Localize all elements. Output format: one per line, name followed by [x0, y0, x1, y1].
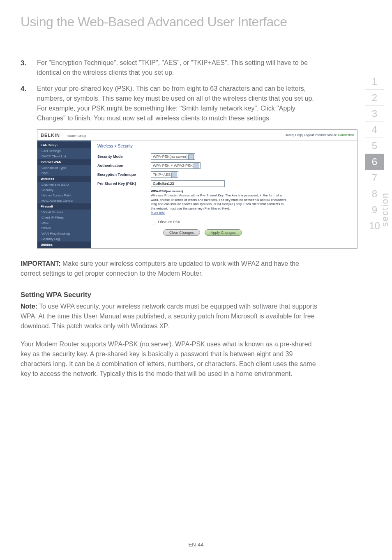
- obscure-psk-label: Obscure PSK: [158, 220, 181, 224]
- page-title: Using the Web-Based Advanced User Interf…: [21, 14, 371, 33]
- nav-3[interactable]: 3: [365, 106, 384, 122]
- top-right-links: Home| Help| Logout Internet Status: Conn…: [285, 133, 354, 137]
- sidebar-cat-utilities: Utilities: [37, 242, 91, 248]
- sidebar-item[interactable]: DNS: [37, 171, 91, 176]
- sidebar-item[interactable]: MAC Address Control: [37, 198, 91, 203]
- sidebar-item[interactable]: Security Log: [37, 236, 91, 242]
- wpa-desc-body: Wireless Protected Access with a Pre-Sha…: [151, 194, 286, 210]
- sidebar-cat-wireless: Wireless: [37, 176, 91, 182]
- psk-label: Pre-Shared Key (PSK): [97, 182, 151, 186]
- important-label: IMPORTANT:: [21, 260, 60, 267]
- router-setup-label: Router Setup: [67, 134, 86, 138]
- authentication-label: Authentication: [97, 164, 151, 168]
- sidebar-item[interactable]: WAN Ping Blocking: [37, 231, 91, 236]
- encryption-technique-label: Encryption Technique: [97, 173, 151, 177]
- security-mode-select[interactable]: WPA-PSK(no server): [151, 153, 195, 160]
- nav-2[interactable]: 2: [365, 90, 384, 106]
- wpa-desc-title: WPA-PSK(no server): [151, 189, 183, 193]
- note-label: Note:: [21, 303, 37, 310]
- note-text: To use WPA security, your wireless netwo…: [21, 303, 317, 330]
- header-links[interactable]: Home| Help| Logout Internet Status:: [285, 133, 338, 137]
- wpa-description: WPA-PSK(no server) Wireless Protected Ac…: [151, 189, 286, 215]
- router-ui-screenshot: BELKIN Router Setup Home| Help| Logout I…: [37, 129, 357, 249]
- important-paragraph: IMPORTANT: Make sure your wireless compu…: [21, 259, 321, 279]
- breadcrumb: Wireless > Security: [97, 144, 350, 148]
- wpa-psk-paragraph: Your Modem Router supports WPA-PSK (no s…: [21, 339, 321, 379]
- obscure-psk-row: Obscure PSK: [151, 220, 350, 224]
- page-number: EN-44: [0, 542, 392, 548]
- internet-status: Connected: [338, 133, 354, 137]
- sidebar-nav: LAN Setup LAN Settings DHCP Client List …: [37, 141, 91, 248]
- step-4: 4. Enter your pre-shared key (PSK). This…: [21, 84, 321, 123]
- encryption-technique-select[interactable]: TKIP+AES: [151, 171, 178, 178]
- important-text: Make sure your wireless computers are up…: [21, 260, 299, 277]
- sidebar-item[interactable]: Restart Router: [37, 248, 91, 248]
- step-number: 3.: [21, 58, 37, 78]
- nav-1[interactable]: 1: [365, 74, 384, 90]
- sidebar-item[interactable]: DMZ: [37, 220, 91, 226]
- section-label: section: [380, 192, 390, 227]
- nav-6-active[interactable]: 6: [365, 154, 384, 170]
- sidebar-item[interactable]: DDNS: [37, 226, 91, 231]
- nav-4[interactable]: 4: [365, 122, 384, 138]
- sidebar-item[interactable]: Connection Type: [37, 165, 91, 171]
- sidebar-item[interactable]: Use as Access Point: [37, 193, 91, 198]
- step-number: 4.: [21, 84, 37, 123]
- apply-changes-button[interactable]: Apply Changes: [205, 229, 242, 236]
- nav-7[interactable]: 7: [365, 170, 384, 186]
- step-text: Enter your pre-shared key (PSK). This ca…: [37, 84, 321, 123]
- clear-changes-button[interactable]: Clear Changes: [163, 229, 200, 236]
- main-panel: Wireless > Security Security Mode WPA-PS…: [91, 141, 357, 248]
- note-paragraph: Note: To use WPA security, your wireless…: [21, 302, 321, 331]
- sidebar-cat-lan: LAN Setup: [37, 142, 91, 148]
- sidebar-item[interactable]: LAN Settings: [37, 148, 91, 154]
- step-3: 3. For "Encryption Technique", select "T…: [21, 58, 321, 78]
- setting-wpa-heading: Setting WPA Security: [21, 291, 321, 299]
- sidebar-item[interactable]: Client IP Filters: [37, 215, 91, 220]
- sidebar-item[interactable]: Channel and SSID: [37, 182, 91, 187]
- belkin-logo: BELKIN: [41, 133, 60, 138]
- more-info-link[interactable]: More Info: [151, 211, 165, 214]
- step-text: For "Encryption Technique", select "TKIP…: [37, 58, 321, 78]
- sidebar-item[interactable]: DHCP Client List: [37, 154, 91, 159]
- nav-5[interactable]: 5: [365, 138, 384, 154]
- security-mode-label: Security Mode: [97, 154, 151, 159]
- sidebar-item[interactable]: Virtual Servers: [37, 210, 91, 215]
- authentication-select[interactable]: WPA-PSK + WPA2-PSK: [151, 162, 201, 169]
- sidebar-item[interactable]: Security: [37, 187, 91, 193]
- sidebar-cat-wan: Internet WAN: [37, 159, 91, 165]
- obscure-psk-checkbox[interactable]: [151, 220, 155, 224]
- screenshot-header: BELKIN Router Setup Home| Help| Logout I…: [37, 130, 357, 141]
- sidebar-cat-firewall: Firewall: [37, 203, 91, 210]
- psk-input[interactable]: [151, 180, 225, 187]
